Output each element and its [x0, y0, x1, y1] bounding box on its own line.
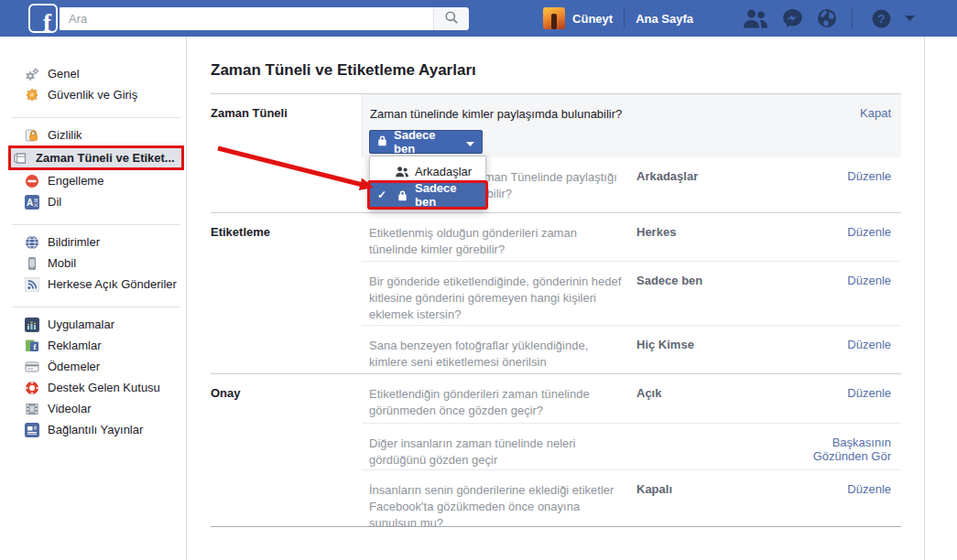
sidebar-item-gizlilik[interactable]: Gizlilik [0, 124, 186, 145]
page-title: Zaman Tüneli ve Etiketleme Ayarları [211, 60, 924, 80]
messenger-icon[interactable] [782, 8, 803, 28]
caret-down-icon [466, 135, 474, 149]
setting-value [637, 94, 788, 157]
section-label: Zaman Tüneli [211, 94, 362, 157]
section-label: Etiketleme [211, 213, 362, 261]
setting-action-link[interactable]: Başkasının Gözünden Gör [788, 424, 901, 469]
settings-main: Zaman Tüneli ve Etiketleme Ayarları Zama… [188, 37, 925, 560]
avatar[interactable] [543, 7, 565, 29]
sidebar-item-reklamlar[interactable]: f Reklamlar [0, 335, 186, 356]
setting-value: Herkes [636, 213, 788, 261]
search-button[interactable] [433, 7, 469, 30]
setting-value: Kapalı [636, 470, 788, 526]
facebook-settings-page: f Cüneyt Ana Sayfa [0, 0, 957, 560]
notifications-globe-icon[interactable] [817, 8, 837, 28]
sidebar-item-guvenlik-ve-giris[interactable]: Güvenlik ve Giriş [0, 84, 186, 105]
timeline-icon [13, 151, 27, 166]
sidebar-item-genel[interactable]: Genel [0, 63, 186, 84]
sidebar-item-bildirimler[interactable]: Bildirimler [0, 232, 186, 253]
section-label [211, 157, 362, 212]
language-icon: A [25, 195, 39, 210]
section-label [211, 469, 362, 526]
setting-row-body: Bir gönderide etiketlendiğinde, gönderin… [362, 261, 901, 325]
account-menu-caret-icon[interactable] [905, 16, 915, 21]
setting-question: İnsanların senin gönderilerine eklediği … [362, 470, 636, 526]
check-icon: ✓ [377, 188, 389, 201]
sidebar-group: Bildirimler Mobil Herkese Açık Gönderile… [12, 224, 180, 307]
lock-icon [377, 135, 387, 149]
section-label: Onay [211, 374, 362, 423]
header-divider [852, 8, 853, 28]
audience-selector-label: Sadece ben [394, 128, 458, 156]
help-icon[interactable]: ? [872, 9, 891, 28]
settings-table: Zaman Tüneli Zaman tünelinde kimler payl… [211, 93, 901, 527]
lock-icon [395, 189, 409, 201]
header-icons [728, 8, 837, 28]
setting-row-body: Sana benzeyen fotoğraflar yüklendiğinde,… [362, 325, 901, 373]
search-bar [60, 7, 469, 30]
setting-value: Açık [636, 374, 788, 423]
setting-action-link[interactable]: Düzenle [788, 213, 901, 261]
mobile-icon [25, 256, 39, 271]
setting-value: Sadece ben [636, 262, 788, 325]
sidebar-group: Uygulamalar f Reklamlar Ödemeler Destek … [12, 307, 180, 452]
setting-action-link[interactable]: Düzenle [788, 157, 901, 212]
section-label [211, 261, 362, 325]
sidebar-item-herkese-acik-gonderiler[interactable]: Herkese Açık Gönderiler [0, 274, 186, 295]
sidebar-group: Genel Güvenlik ve Giriş [0, 57, 186, 117]
settings-row: İnsanların senin gönderilerine eklediği … [211, 469, 901, 526]
setting-question: Etiketlendiğin gönderileri zaman tünelin… [362, 374, 636, 423]
setting-question: Bir gönderide etiketlendiğinde, gönderin… [362, 262, 636, 325]
friends-icon [395, 166, 409, 178]
sidebar-item-zaman-tuneli-ve-etiketleme[interactable]: Zaman Tüneli ve Etiket... [8, 145, 184, 170]
settings-row: Sana benzeyen fotoğraflar yüklendiğinde,… [211, 325, 901, 373]
payments-icon [25, 360, 39, 374]
dropdown-option-sadece-ben[interactable]: ✓ Sadece ben [370, 183, 485, 207]
rss-icon [25, 277, 39, 292]
gears-icon [25, 67, 39, 81]
ads-icon: f [25, 339, 39, 353]
privacy-lock-icon [25, 128, 39, 143]
facebook-logo-icon[interactable]: f [28, 4, 58, 33]
setting-action-link[interactable]: Düzenle [788, 374, 901, 423]
videos-icon [25, 402, 39, 416]
section-label [211, 423, 362, 469]
setting-action-link[interactable]: Kapat [788, 94, 901, 157]
sidebar-item-baglantili-yayinlar[interactable]: Bağlantılı Yayınlar [0, 419, 186, 440]
settings-row: Başkalarının senin Zaman Tünelinde payla… [211, 157, 901, 212]
section-label [211, 325, 362, 373]
settings-row: Etiketleme Etiketlenmiş olduğun gönderil… [211, 212, 901, 261]
sidebar-item-uygulamalar[interactable]: Uygulamalar [0, 314, 186, 335]
setting-action-link[interactable]: Düzenle [788, 262, 901, 325]
sidebar-item-mobil[interactable]: Mobil [0, 253, 186, 274]
audience-dropdown-menu: Arkadaşlar ✓ Sadece ben [369, 156, 486, 210]
setting-question: Diğer insanların zaman tünelinde neleri … [362, 424, 636, 469]
setting-value [636, 424, 788, 469]
setting-action-link[interactable]: Düzenle [788, 326, 901, 373]
top-nav-bar: f Cüneyt Ana Sayfa [0, 0, 957, 37]
badge-icon [25, 88, 39, 102]
header-divider [624, 8, 625, 28]
setting-row-body: Etiketlendiğin gönderileri zaman tünelin… [362, 374, 901, 423]
block-icon [25, 174, 39, 188]
sidebar-item-videolar[interactable]: Videolar [0, 398, 186, 419]
settings-row: Onay Etiketlendiğin gönderileri zaman tü… [211, 373, 901, 423]
dropdown-option-arkada-lar[interactable]: Arkadaşlar [370, 159, 485, 183]
sidebar-item-dil[interactable]: A Dil [0, 191, 186, 212]
profile-name-link[interactable]: Cüneyt [572, 12, 613, 26]
home-link[interactable]: Ana Sayfa [636, 12, 693, 26]
setting-value: Arkadaşlar [636, 157, 788, 212]
sidebar-item-destek-gelen-kutusu[interactable]: Destek Gelen Kutusu [0, 377, 186, 398]
svg-text:?: ? [878, 12, 886, 26]
settings-row: Diğer insanların zaman tünelinde neleri … [211, 423, 901, 469]
sidebar-item-odemeler[interactable]: Ödemeler [0, 356, 186, 377]
setting-row-body: Etiketlenmiş olduğun gönderileri zaman t… [362, 213, 901, 261]
search-input[interactable] [60, 7, 433, 30]
setting-action-link[interactable]: Düzenle [788, 470, 901, 526]
setting-question: Sana benzeyen fotoğraflar yüklendiğinde,… [362, 326, 636, 373]
audience-selector-button[interactable]: Sadece ben [369, 130, 483, 154]
search-icon [444, 10, 459, 27]
settings-sidebar: Genel Güvenlik ve Giriş Gizlilik Zaman T… [0, 37, 187, 560]
sidebar-item-engelleme[interactable]: Engelleme [0, 170, 186, 191]
friend-requests-icon[interactable] [742, 8, 768, 28]
